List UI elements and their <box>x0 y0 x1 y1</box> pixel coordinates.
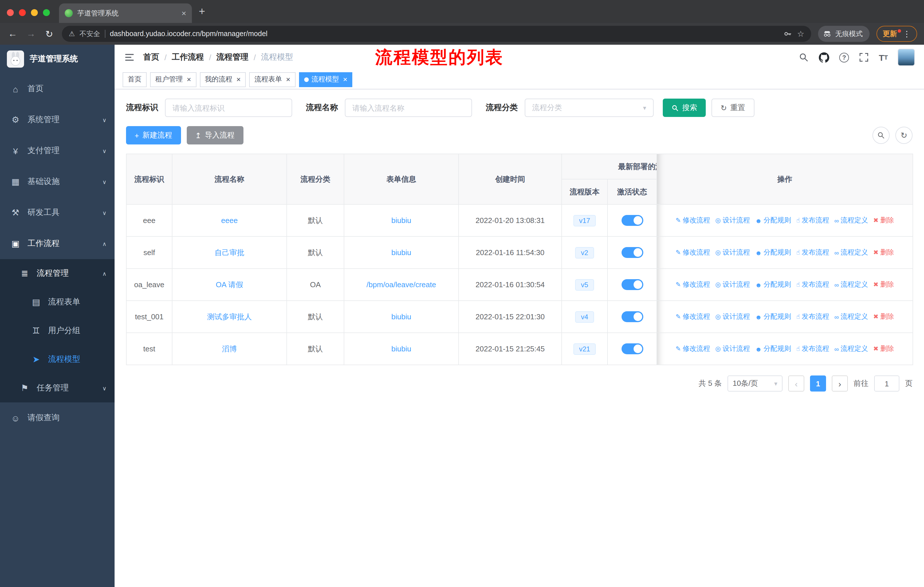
sidebar-item-task-management[interactable]: ⚑任务管理∨ <box>0 374 115 402</box>
sidebar-item-process-management[interactable]: ≣流程管理∧ <box>0 259 115 288</box>
sidebar-item-process-form[interactable]: ▤流程表单 <box>0 288 115 316</box>
prev-page-button[interactable]: ‹ <box>788 375 804 392</box>
sidebar-toggle-icon[interactable] <box>124 51 135 63</box>
bookmark-star-icon[interactable]: ☆ <box>797 29 804 38</box>
active-toggle[interactable] <box>621 279 643 290</box>
process-name-link[interactable]: 自己审批 <box>214 248 244 256</box>
action-design-link[interactable]: ◎设计流程 <box>715 312 750 322</box>
app-logo[interactable]: 芋道管理系统 <box>0 45 115 73</box>
action-delete-link[interactable]: ✖删除 <box>873 344 894 354</box>
process-category-select[interactable]: 流程分类 ▾ <box>525 99 653 117</box>
form-info-link[interactable]: /bpm/oa/leave/create <box>366 280 436 289</box>
action-modify-link[interactable]: ✎修改流程 <box>676 344 710 354</box>
process-name-link[interactable]: eeee <box>221 216 238 225</box>
action-definition-link[interactable]: ∞流程定义 <box>834 248 868 257</box>
action-delete-link[interactable]: ✖删除 <box>873 248 894 257</box>
action-modify-link[interactable]: ✎修改流程 <box>676 248 710 257</box>
breadcrumb-item[interactable]: 流程管理 <box>216 52 249 63</box>
tab-close-icon[interactable]: × <box>182 8 186 18</box>
tag-close-icon[interactable]: × <box>236 75 241 84</box>
action-definition-link[interactable]: ∞流程定义 <box>834 280 868 289</box>
sidebar-item-payment-management[interactable]: ¥支付管理∨ <box>0 135 115 166</box>
back-button[interactable]: ← <box>7 29 18 39</box>
import-process-button[interactable]: ↥ 导入流程 <box>186 126 243 144</box>
fullscreen-icon[interactable] <box>859 52 869 63</box>
action-assign-rule-link[interactable]: ☻分配规则 <box>755 344 791 354</box>
form-info-link[interactable]: biubiu <box>391 216 411 225</box>
action-modify-link[interactable]: ✎修改流程 <box>676 312 710 322</box>
tag-process-form[interactable]: 流程表单× <box>249 72 295 87</box>
avatar[interactable] <box>898 49 915 66</box>
action-modify-link[interactable]: ✎修改流程 <box>676 215 710 225</box>
action-publish-link[interactable]: ☝发布流程 <box>796 344 829 354</box>
tag-home[interactable]: 首页 <box>122 72 147 87</box>
breadcrumb-item[interactable]: 首页 <box>143 52 159 63</box>
tag-my-process[interactable]: 我的流程× <box>200 72 246 87</box>
sidebar-item-infrastructure[interactable]: ▦基础设施∨ <box>0 166 115 197</box>
update-button[interactable]: 更新 ⋮ <box>876 26 917 42</box>
sidebar-item-workflow[interactable]: ▣工作流程∧ <box>0 228 115 259</box>
form-info-link[interactable]: biubiu <box>391 344 411 353</box>
reset-button[interactable]: ↻ 重置 <box>711 99 754 117</box>
sidebar-item-process-model[interactable]: ➤流程模型 <box>0 345 115 374</box>
help-icon[interactable]: ? <box>839 53 849 62</box>
action-assign-rule-link[interactable]: ☻分配规则 <box>755 280 791 289</box>
process-name-link[interactable]: 滔博 <box>222 344 237 353</box>
forward-button[interactable]: → <box>25 29 37 39</box>
search-button[interactable]: 搜索 <box>663 99 706 117</box>
action-modify-link[interactable]: ✎修改流程 <box>676 280 710 289</box>
sidebar-item-system-management[interactable]: ⚙系统管理∨ <box>0 104 115 135</box>
action-assign-rule-link[interactable]: ☻分配规则 <box>755 215 791 225</box>
action-publish-link[interactable]: ☝发布流程 <box>796 215 829 225</box>
browser-menu-icon[interactable]: ⋮ <box>903 29 911 38</box>
action-definition-link[interactable]: ∞流程定义 <box>834 312 868 322</box>
toggle-search-button[interactable] <box>873 127 889 144</box>
sidebar-item-home[interactable]: ⌂首页 <box>0 73 115 104</box>
action-publish-link[interactable]: ☝发布流程 <box>796 312 829 322</box>
sidebar-item-leave-query[interactable]: ☺请假查询 <box>0 402 115 433</box>
action-design-link[interactable]: ◎设计流程 <box>715 344 750 354</box>
github-icon[interactable] <box>818 52 830 63</box>
page-size-select[interactable]: 10条/页 ▾ <box>728 375 782 392</box>
password-key-icon[interactable] <box>784 29 792 38</box>
action-publish-link[interactable]: ☝发布流程 <box>796 248 829 257</box>
tag-process-model[interactable]: 流程模型× <box>299 72 353 87</box>
action-publish-link[interactable]: ☝发布流程 <box>796 280 829 289</box>
process-name-link[interactable]: OA 请假 <box>216 280 243 289</box>
form-info-link[interactable]: biubiu <box>391 313 411 321</box>
active-toggle[interactable] <box>621 247 643 258</box>
form-info-link[interactable]: biubiu <box>391 248 411 257</box>
next-page-button[interactable]: › <box>832 375 848 392</box>
tag-close-icon[interactable]: × <box>187 75 191 84</box>
action-delete-link[interactable]: ✖删除 <box>873 215 894 225</box>
refresh-table-button[interactable]: ↻ <box>895 127 912 144</box>
active-toggle[interactable] <box>621 311 643 322</box>
action-delete-link[interactable]: ✖删除 <box>873 312 894 322</box>
process-name-link[interactable]: 测试多审批人 <box>207 312 252 321</box>
security-label[interactable]: 不安全 <box>80 29 100 39</box>
action-definition-link[interactable]: ∞流程定义 <box>834 344 868 354</box>
tag-tenant-management[interactable]: 租户管理× <box>150 72 196 87</box>
process-name-input[interactable] <box>345 99 472 117</box>
reload-button[interactable]: ↻ <box>43 28 55 39</box>
action-design-link[interactable]: ◎设计流程 <box>715 215 750 225</box>
current-page[interactable]: 1 <box>810 375 826 392</box>
sidebar-item-dev-tools[interactable]: ⚒研发工具∨ <box>0 197 115 228</box>
action-definition-link[interactable]: ∞流程定义 <box>834 215 868 225</box>
new-tab-button[interactable]: + <box>192 5 213 23</box>
active-toggle[interactable] <box>621 215 643 226</box>
url-text[interactable]: dashboard.yudao.iocoder.cn/bpm/manager/m… <box>110 30 779 38</box>
action-design-link[interactable]: ◎设计流程 <box>715 280 750 289</box>
font-size-icon[interactable]: TT <box>879 53 888 62</box>
breadcrumb-item[interactable]: 工作流程 <box>172 52 204 63</box>
window-minimize-button[interactable] <box>31 9 38 16</box>
tag-close-icon[interactable]: × <box>343 75 347 84</box>
sidebar-item-user-group[interactable]: ♊用户分组 <box>0 316 115 345</box>
goto-page-input[interactable] <box>874 375 899 392</box>
address-bar[interactable]: ⚠ 不安全 dashboard.yudao.iocoder.cn/bpm/man… <box>62 26 811 42</box>
window-zoom-button[interactable] <box>43 9 50 16</box>
process-id-input[interactable] <box>165 99 292 117</box>
action-assign-rule-link[interactable]: ☻分配规则 <box>755 312 791 322</box>
action-delete-link[interactable]: ✖删除 <box>873 280 894 289</box>
search-icon[interactable] <box>799 52 809 63</box>
